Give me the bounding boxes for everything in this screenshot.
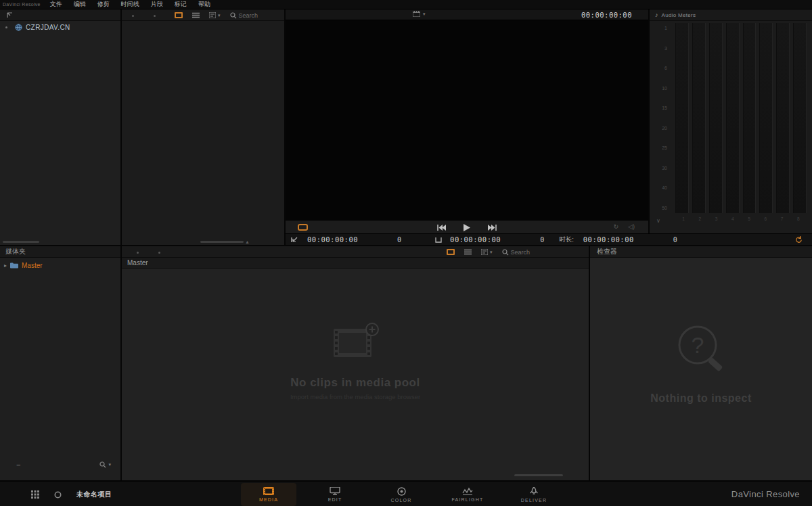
disclosure-arrow-icon[interactable]: ▸ bbox=[4, 262, 7, 269]
scale-tick: 40 bbox=[662, 185, 667, 190]
browser-hscrollbar[interactable] bbox=[200, 241, 244, 243]
color-page-icon bbox=[397, 487, 406, 496]
search-button[interactable]: Search bbox=[502, 249, 531, 256]
sort-options-button[interactable]: ▾ bbox=[481, 249, 493, 255]
davinci-resolve-brand: DaVinci Resolve bbox=[731, 489, 800, 499]
media-pool-toolbar: ▾ Search bbox=[122, 246, 589, 258]
sort-options-button[interactable]: ▾ bbox=[209, 12, 221, 18]
project-settings-icon[interactable] bbox=[54, 491, 62, 499]
media-pool-empty-state: No clips in media pool Import media from… bbox=[122, 322, 589, 400]
tab-fairlight[interactable]: FAIRLIGHT bbox=[440, 483, 495, 506]
top-region: CZRJDAV.CN ▾ bbox=[0, 9, 812, 245]
search-label: Search bbox=[239, 12, 258, 19]
meter-channel bbox=[709, 23, 723, 213]
scale-tick: 25 bbox=[662, 145, 667, 150]
zoom-out-button[interactable]: − bbox=[16, 461, 20, 469]
in-point-icon bbox=[291, 237, 298, 243]
out-timecode[interactable]: 00:00:00:00 bbox=[450, 235, 501, 244]
meter-options-chevron[interactable]: ∨ bbox=[656, 218, 660, 224]
channel-number: 7 bbox=[774, 216, 790, 221]
pool-hscrollbar[interactable] bbox=[514, 474, 563, 476]
media-storage-item-label: CZRJDAV.CN bbox=[26, 24, 70, 31]
app-title: DaVinci Resolve bbox=[3, 2, 41, 7]
file-browser-toolbar: ▾ Search bbox=[122, 9, 284, 21]
menu-file[interactable]: 文件 bbox=[50, 0, 62, 9]
bin-list-footer: − ▾ bbox=[0, 459, 120, 471]
loop-playback-icon[interactable]: ↻ bbox=[613, 223, 618, 230]
chevron-down-icon: ▾ bbox=[423, 12, 426, 17]
globe-icon bbox=[15, 24, 22, 31]
in-frames[interactable]: 0 bbox=[397, 236, 401, 244]
viewer-timecode[interactable]: 00:00:00:00 bbox=[581, 11, 632, 19]
scale-tick: 3 bbox=[664, 46, 667, 51]
search-button[interactable]: Search bbox=[230, 12, 258, 19]
grip-dot bbox=[137, 252, 139, 254]
duration-frames[interactable]: 0 bbox=[673, 236, 677, 244]
chevron-down-icon: ▾ bbox=[108, 462, 111, 467]
scroll-up-arrow[interactable]: ▲ bbox=[245, 239, 250, 244]
menu-help[interactable]: 帮助 bbox=[198, 0, 210, 9]
previous-clip-button[interactable] bbox=[437, 225, 446, 231]
empty-state-subtitle: Import media from the media storage brow… bbox=[122, 393, 589, 400]
project-manager-icon[interactable] bbox=[31, 490, 39, 499]
storage-hscrollbar[interactable] bbox=[3, 241, 39, 243]
video-canvas bbox=[286, 20, 648, 220]
tab-color[interactable]: COLOR bbox=[374, 483, 429, 506]
list-view-button[interactable] bbox=[464, 249, 472, 255]
scale-tick: 10 bbox=[662, 86, 667, 91]
edit-page-icon bbox=[330, 487, 340, 495]
inspector-header: 检查器 bbox=[590, 246, 812, 258]
grip-dot bbox=[132, 15, 134, 17]
tab-deliver[interactable]: DELIVER bbox=[506, 483, 562, 506]
menu-clip[interactable]: 片段 bbox=[151, 0, 163, 9]
tab-media[interactable]: MEDIA bbox=[241, 483, 296, 506]
audio-meters-title: Audio Meters bbox=[662, 12, 696, 18]
tab-label: COLOR bbox=[391, 498, 412, 503]
menu-timeline[interactable]: 时间线 bbox=[121, 0, 139, 9]
panel-collapse-icon[interactable] bbox=[7, 12, 13, 18]
out-frames[interactable]: 0 bbox=[540, 236, 544, 244]
bin-item-master[interactable]: ▸ Master bbox=[4, 262, 43, 269]
channel-number: 1 bbox=[675, 216, 692, 221]
music-note-icon: ♪ bbox=[655, 12, 658, 18]
media-page-icon bbox=[263, 487, 274, 495]
media-storage-item[interactable]: CZRJDAV.CN bbox=[5, 24, 70, 31]
deliver-page-icon bbox=[529, 487, 539, 496]
meter-channel bbox=[743, 23, 757, 213]
channel-number: 5 bbox=[741, 216, 757, 221]
list-view-button[interactable] bbox=[192, 12, 200, 18]
menu-mark[interactable]: 标记 bbox=[175, 0, 187, 9]
media-storage-header bbox=[0, 9, 120, 21]
filmstrip-view-button[interactable] bbox=[175, 12, 183, 18]
channel-number: 4 bbox=[725, 216, 741, 221]
menu-bar: DaVinci Resolve 文件 编辑 修剪 时间线 片段 标记 帮助 bbox=[0, 0, 812, 9]
in-timecode[interactable]: 00:00:00:00 bbox=[307, 235, 358, 244]
meter-scale: 1 3 6 10 15 20 25 30 40 50 bbox=[650, 26, 671, 210]
source-viewer: ▾ 00:00:00:00 ↻ bbox=[284, 9, 648, 233]
viewer-mode-dropdown[interactable]: ▾ bbox=[413, 11, 426, 17]
folder-icon bbox=[10, 262, 18, 269]
bin-item-label: Master bbox=[22, 262, 43, 269]
duration-timecode[interactable]: 00:00:00:00 bbox=[583, 235, 634, 244]
magnifier-question-icon: ? bbox=[673, 322, 729, 377]
tab-label: EDIT bbox=[328, 497, 342, 502]
menu-trim[interactable]: 修剪 bbox=[97, 0, 110, 9]
meter-channel bbox=[692, 23, 706, 213]
filmstrip-add-icon bbox=[330, 322, 381, 361]
refresh-loop-icon[interactable] bbox=[795, 236, 803, 244]
duration-label: 时长: bbox=[559, 235, 574, 244]
menu-edit[interactable]: 编辑 bbox=[74, 0, 86, 9]
media-pool-panel: ▾ Search Master bbox=[120, 246, 589, 482]
bin-search-button[interactable]: ▾ bbox=[99, 461, 111, 468]
play-button[interactable] bbox=[464, 224, 470, 231]
tab-edit[interactable]: EDIT bbox=[307, 483, 363, 506]
meter-channel-numbers: 1 2 3 4 5 6 7 8 bbox=[675, 216, 807, 221]
next-clip-button[interactable] bbox=[488, 225, 497, 231]
file-browser-panel: ▾ Search ▲ bbox=[120, 9, 284, 245]
thumbnail-view-button[interactable] bbox=[447, 249, 455, 255]
audio-mute-icon[interactable]: ◁) bbox=[628, 223, 635, 230]
bottom-region: 媒体夹 ▸ Master − ▾ bbox=[0, 245, 812, 480]
current-bin-title: Master bbox=[127, 259, 148, 267]
chevron-down-icon: ▾ bbox=[218, 13, 221, 18]
bin-list-panel: 媒体夹 ▸ Master − ▾ bbox=[0, 246, 120, 482]
